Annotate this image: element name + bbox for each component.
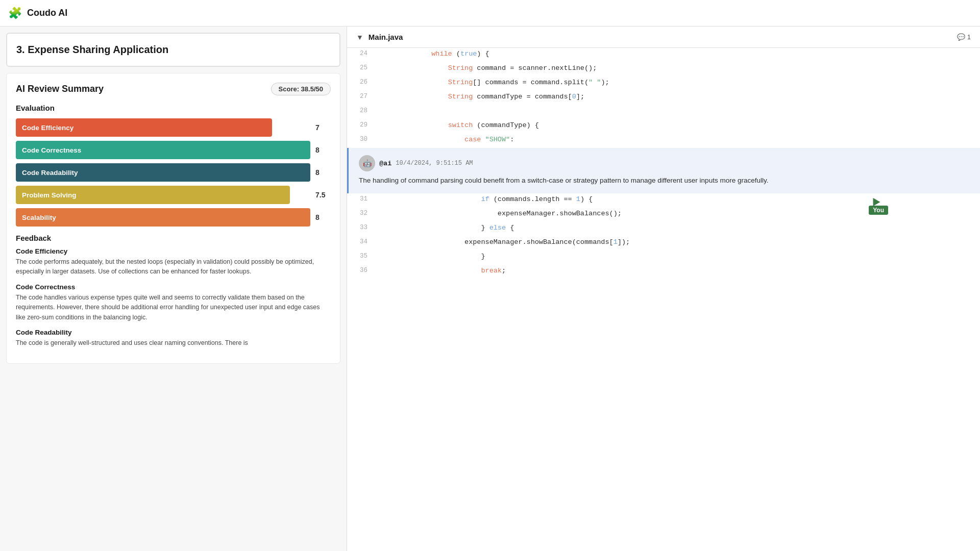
code-line: 26 String[] commands = command.split(" "… bbox=[347, 77, 980, 91]
score-badge: Score: 38.5/50 bbox=[271, 83, 331, 95]
review-section-title: AI Review Summary bbox=[16, 84, 104, 94]
metric-score: 8 bbox=[315, 213, 331, 221]
code-line: 27 String commandType = commands[0]; bbox=[347, 91, 980, 105]
file-name: Main.java bbox=[369, 33, 403, 41]
token-normal: expenseManager.showBalance(commands[ bbox=[464, 238, 614, 246]
token-normal: expenseManager.showBalances(); bbox=[498, 210, 622, 217]
token-normal: ; bbox=[502, 267, 506, 274]
line-number: 27 bbox=[347, 91, 378, 100]
metric-row: Code Efficiency7 bbox=[16, 118, 331, 137]
review-header: AI Review Summary Score: 38.5/50 bbox=[16, 83, 331, 95]
metric-bar-scalability: Scalability bbox=[16, 208, 310, 227]
feedback-section: Feedback Code EfficiencyThe code perform… bbox=[16, 234, 331, 348]
line-number: 35 bbox=[347, 251, 378, 260]
metrics-list: Code Efficiency7Code Correctness8Code Re… bbox=[16, 118, 331, 227]
token-kw-else: else bbox=[489, 224, 506, 232]
topbar: 🧩 Coudo AI bbox=[0, 0, 980, 27]
feedback-heading: Feedback bbox=[16, 234, 331, 242]
line-content: case "SHOW": bbox=[378, 134, 980, 145]
app-title: Coudo AI bbox=[27, 8, 67, 18]
line-content: if (commands.length == 1) { bbox=[378, 193, 980, 205]
line-number: 33 bbox=[347, 222, 378, 231]
token-kw-switch: switch bbox=[448, 121, 473, 129]
token-kw-string-literal: " " bbox=[589, 79, 601, 86]
metric-bar-code-readability: Code Readability bbox=[16, 163, 310, 182]
line-number: 34 bbox=[347, 236, 378, 245]
token-kw-number: 1 bbox=[576, 195, 580, 203]
metric-score: 8 bbox=[315, 146, 331, 154]
line-number: 24 bbox=[347, 48, 378, 57]
line-number: 36 bbox=[347, 265, 378, 274]
line-content: } bbox=[378, 251, 980, 262]
metric-bar-code-efficiency: Code Efficiency bbox=[16, 118, 272, 137]
token-kw-number: 1 bbox=[614, 238, 618, 246]
metric-bar-problem-solving: Problem Solving bbox=[16, 186, 290, 204]
token-kw-string-type: String bbox=[448, 79, 473, 86]
code-line: 31 if (commands.length == 1) { bbox=[347, 193, 980, 208]
feedback-item-text: The code performs adequately, but the ne… bbox=[16, 257, 331, 277]
code-line: 28 bbox=[347, 105, 980, 119]
line-number: 32 bbox=[347, 208, 378, 217]
code-line: 30 case "SHOW": bbox=[347, 134, 980, 148]
code-body[interactable]: 24 while (true) {25 String command = sca… bbox=[347, 48, 980, 551]
feedback-item-text: The code is generally well-structured an… bbox=[16, 338, 331, 348]
metric-row: Scalability8 bbox=[16, 208, 331, 227]
line-content: while (true) { bbox=[378, 48, 980, 60]
code-line: 33 } else { bbox=[347, 222, 980, 236]
comment-text: The handling of command parsing could be… bbox=[359, 176, 971, 186]
code-line: 32 expenseManager.showBalances(); bbox=[347, 208, 980, 222]
line-content: String commandType = commands[0]; bbox=[378, 91, 980, 103]
feedback-item-title: Code Readability bbox=[16, 329, 331, 336]
comment-count-badge: 💬 1 bbox=[957, 33, 971, 41]
metric-score: 7 bbox=[315, 123, 331, 132]
right-panel: ▼ Main.java 💬 1 24 while (true) {25 Stri… bbox=[347, 27, 980, 551]
token-kw-number: 0 bbox=[572, 93, 576, 101]
token-normal: ) { bbox=[477, 50, 489, 58]
evaluation-heading: Evaluation bbox=[16, 104, 331, 112]
line-number: 31 bbox=[347, 193, 378, 203]
metric-bar-wrap: Code Efficiency bbox=[16, 118, 310, 137]
token-normal: : bbox=[510, 136, 514, 143]
comment-author-row: 🤖 @ai 10/4/2024, 9:51:15 AM bbox=[359, 155, 971, 171]
feedback-item-text: The code handles various expense types q… bbox=[16, 293, 331, 322]
token-normal: } bbox=[481, 253, 485, 260]
code-line: 25 String command = scanner.nextLine(); bbox=[347, 62, 980, 77]
metric-score: 8 bbox=[315, 168, 331, 177]
line-number: 25 bbox=[347, 62, 378, 71]
code-line: 34 expenseManager.showBalance(commands[1… bbox=[347, 236, 980, 251]
feedback-item-title: Code Efficiency bbox=[16, 247, 331, 255]
token-normal bbox=[481, 136, 485, 143]
line-content: break; bbox=[378, 265, 980, 277]
code-line: 35 } bbox=[347, 251, 980, 265]
code-line: 36 break; bbox=[347, 265, 980, 279]
review-section: AI Review Summary Score: 38.5/50 Evaluat… bbox=[6, 73, 340, 364]
collapse-icon[interactable]: ▼ bbox=[356, 33, 363, 41]
token-kw-if: if bbox=[481, 195, 489, 203]
inline-comment-block: 🤖 @ai 10/4/2024, 9:51:15 AM The handling… bbox=[347, 148, 980, 193]
metric-bar-wrap: Scalability bbox=[16, 208, 310, 227]
token-normal: ); bbox=[601, 79, 609, 86]
metric-row: Code Readability8 bbox=[16, 163, 331, 182]
feedback-list: Code EfficiencyThe code performs adequat… bbox=[16, 247, 331, 348]
line-number: 29 bbox=[347, 119, 378, 129]
token-kw-string-type: String bbox=[448, 64, 473, 72]
token-normal: commandType = commands[ bbox=[473, 93, 572, 101]
token-kw-string-type: String bbox=[448, 93, 473, 101]
code-lines-after-comment: 31 if (commands.length == 1) {32 expense… bbox=[347, 193, 980, 279]
metric-bar-wrap: Problem Solving bbox=[16, 186, 310, 204]
line-content: String[] commands = command.split(" "); bbox=[378, 77, 980, 88]
token-normal: { bbox=[506, 224, 514, 232]
metric-bar-wrap: Code Correctness bbox=[16, 141, 310, 159]
metric-bar-code-correctness: Code Correctness bbox=[16, 141, 310, 159]
token-normal: ]; bbox=[576, 93, 584, 101]
comment-author-name: @ai bbox=[379, 160, 391, 167]
line-number: 30 bbox=[347, 134, 378, 143]
token-normal: ]); bbox=[618, 238, 630, 246]
token-normal: command = scanner.nextLine(); bbox=[473, 64, 597, 72]
token-kw-break: break bbox=[481, 267, 502, 274]
token-kw-while: while bbox=[431, 50, 452, 58]
code-header-left: ▼ Main.java bbox=[356, 33, 403, 41]
token-normal: (commandType) { bbox=[473, 121, 539, 129]
comment-icon: 💬 bbox=[957, 33, 965, 41]
metric-row: Problem Solving7.5 bbox=[16, 186, 331, 204]
